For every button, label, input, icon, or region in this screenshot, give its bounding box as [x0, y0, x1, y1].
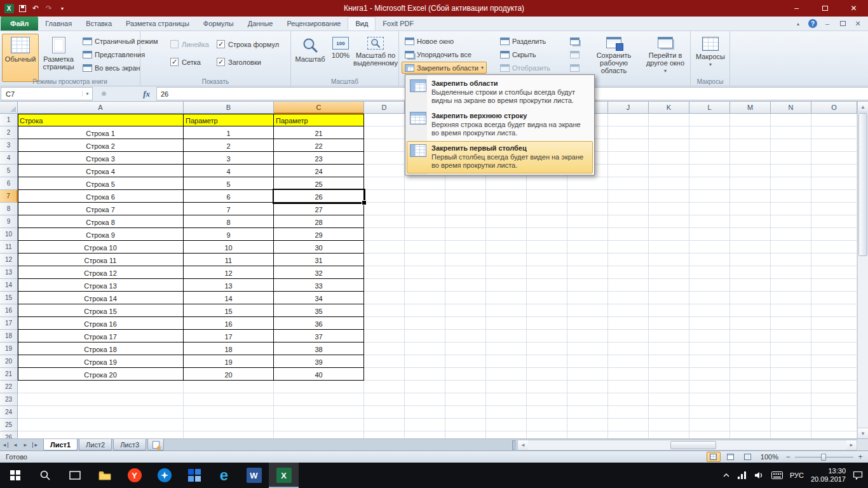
cell-E9[interactable] [405, 215, 445, 228]
cell-E10[interactable] [405, 228, 445, 241]
cell-M18[interactable] [730, 330, 771, 342]
freeze-panes-button[interactable]: Закрепить области ▾ [402, 62, 487, 74]
cell-F17[interactable] [445, 317, 486, 330]
cell-F11[interactable] [445, 241, 486, 254]
cell-D5[interactable] [364, 165, 405, 177]
cell-I11[interactable] [567, 241, 608, 254]
cell-K13[interactable] [649, 266, 689, 279]
zoom-to-selection-button[interactable]: Масштаб по выделенному [356, 34, 395, 82]
zoom-slider[interactable] [795, 453, 853, 461]
cell-B7[interactable]: 6 [184, 190, 274, 203]
cell-O12[interactable] [811, 254, 857, 266]
ribbon-tab-вставка[interactable]: Вставка [79, 17, 119, 30]
cell-M20[interactable] [730, 355, 771, 368]
cell-N12[interactable] [771, 254, 811, 266]
cell-F18[interactable] [445, 330, 486, 342]
cell-E17[interactable] [405, 317, 445, 330]
cell-F21[interactable] [445, 368, 486, 381]
cell-L5[interactable] [689, 165, 730, 177]
cell-A4[interactable]: Строка 3 [18, 152, 184, 165]
cell-M23[interactable] [730, 393, 771, 406]
cell-C21[interactable]: 40 [274, 368, 364, 381]
cell-C8[interactable]: 27 [274, 203, 364, 215]
cell-J19[interactable] [608, 342, 649, 355]
cell-I8[interactable] [567, 203, 608, 215]
cell-E7[interactable] [405, 190, 445, 203]
cell-F23[interactable] [445, 393, 486, 406]
cell-M7[interactable] [730, 190, 771, 203]
cell-N4[interactable] [771, 152, 811, 165]
cell-O6[interactable] [811, 177, 857, 190]
cell-F15[interactable] [445, 292, 486, 304]
ribbon-tab-данные[interactable]: Данные [241, 17, 280, 30]
cell-A8[interactable]: Строка 7 [18, 203, 184, 215]
cell-G8[interactable] [486, 203, 527, 215]
cell-N8[interactable] [771, 203, 811, 215]
language-indicator[interactable]: РУС [790, 471, 804, 479]
collapse-ribbon-button[interactable]: ▴ [793, 18, 803, 29]
cell-G9[interactable] [486, 215, 527, 228]
column-header-J[interactable]: J [608, 102, 649, 114]
cell-B17[interactable]: 16 [184, 317, 274, 330]
cell-M16[interactable] [730, 304, 771, 317]
cell-C5[interactable]: 24 [274, 165, 364, 177]
horizontal-scrollbar[interactable]: ◄ ► [517, 440, 857, 451]
checkbox-Строка формул[interactable]: ✓Строка формул [217, 40, 279, 48]
normal-view-button[interactable]: Обычный [2, 34, 39, 82]
excel-app-icon[interactable]: X [3, 3, 15, 14]
column-header-A[interactable]: A [18, 102, 184, 114]
cell-F24[interactable] [445, 406, 486, 419]
cell-C15[interactable]: 34 [274, 292, 364, 304]
cell-N7[interactable] [771, 190, 811, 203]
cell-N17[interactable] [771, 317, 811, 330]
cell-B20[interactable]: 19 [184, 355, 274, 368]
cell-K4[interactable] [649, 152, 689, 165]
row-header-7[interactable]: 7 [0, 190, 18, 203]
freeze-top-row-menu-item[interactable]: Закрепить верхнюю строкуВерхняя строка в… [407, 109, 593, 141]
cell-L4[interactable] [689, 152, 730, 165]
cell-C22[interactable] [274, 381, 364, 393]
cell-F19[interactable] [445, 342, 486, 355]
undo-button[interactable]: ↶ [30, 3, 41, 14]
cell-C3[interactable]: 22 [274, 139, 364, 152]
cell-N21[interactable] [771, 368, 811, 381]
cell-C11[interactable]: 30 [274, 241, 364, 254]
cell-O8[interactable] [811, 203, 857, 215]
vertical-scrollbar[interactable]: ▲ ▼ [857, 102, 868, 438]
cell-D6[interactable] [364, 177, 405, 190]
cell-K12[interactable] [649, 254, 689, 266]
cell-L13[interactable] [689, 266, 730, 279]
cell-H22[interactable] [527, 381, 567, 393]
cell-B2[interactable]: 1 [184, 126, 274, 139]
cell-C12[interactable]: 31 [274, 254, 364, 266]
cell-D3[interactable] [364, 139, 405, 152]
cell-K6[interactable] [649, 177, 689, 190]
row-header-22[interactable]: 22 [0, 381, 18, 393]
cell-G7[interactable] [486, 190, 527, 203]
cell-I6[interactable] [567, 177, 608, 190]
cell-A14[interactable]: Строка 13 [18, 279, 184, 292]
cell-A22[interactable] [18, 381, 184, 393]
cell-L9[interactable] [689, 215, 730, 228]
cell-G22[interactable] [486, 381, 527, 393]
cell-N10[interactable] [771, 228, 811, 241]
cell-C4[interactable]: 23 [274, 152, 364, 165]
cell-D20[interactable] [364, 355, 405, 368]
cell-M5[interactable] [730, 165, 771, 177]
last-sheet-button[interactable]: ► [31, 439, 41, 451]
row-header-4[interactable]: 4 [0, 152, 18, 165]
cell-D14[interactable] [364, 279, 405, 292]
cell-H19[interactable] [527, 342, 567, 355]
cell-B9[interactable]: 8 [184, 215, 274, 228]
cell-B6[interactable]: 5 [184, 177, 274, 190]
start-button[interactable] [0, 463, 30, 488]
cell-D4[interactable] [364, 152, 405, 165]
cell-N9[interactable] [771, 215, 811, 228]
cell-M10[interactable] [730, 228, 771, 241]
cell-A9[interactable]: Строка 8 [18, 215, 184, 228]
cell-C14[interactable]: 33 [274, 279, 364, 292]
cell-O17[interactable] [811, 317, 857, 330]
cell-F16[interactable] [445, 304, 486, 317]
cell-B14[interactable]: 13 [184, 279, 274, 292]
sheet-tab-Лист1[interactable]: Лист1 [43, 439, 78, 451]
